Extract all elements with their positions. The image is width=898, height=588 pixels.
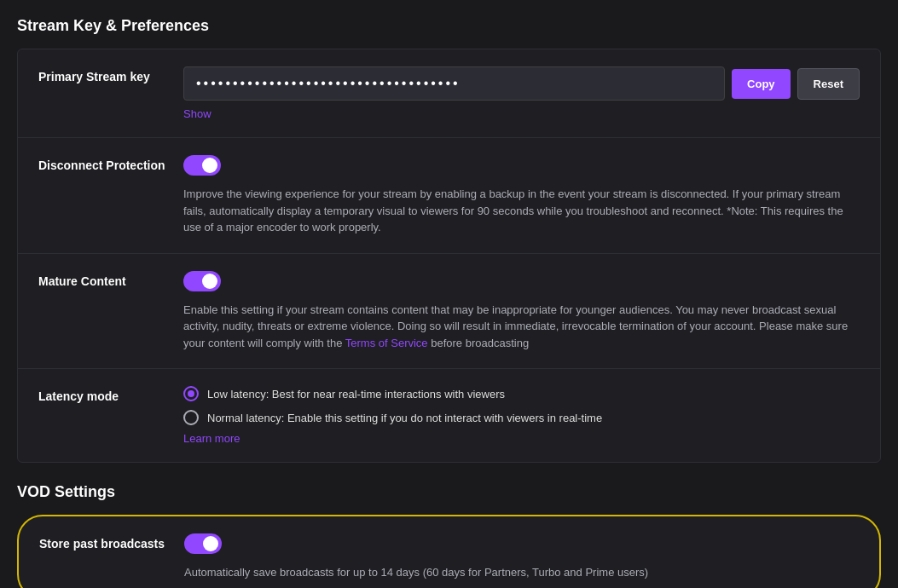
- stream-preferences-panel: Primary Stream key Copy Reset Show Disco…: [17, 49, 881, 463]
- latency-mode-row: Latency mode Low latency: Best for near …: [18, 369, 880, 462]
- low-latency-option[interactable]: Low latency: Best for near real-time int…: [183, 386, 860, 401]
- mature-content-toggle[interactable]: [183, 271, 221, 291]
- toggle-slider: [183, 155, 221, 176]
- learn-more-link[interactable]: Learn more: [183, 432, 860, 445]
- toggle-slider-store: [184, 533, 222, 554]
- latency-mode-content: Low latency: Best for near real-time int…: [183, 386, 860, 445]
- terms-of-service-link[interactable]: Terms of Service: [345, 337, 428, 349]
- latency-radio-group: Low latency: Best for near real-time int…: [183, 386, 860, 425]
- vod-settings-panel: Store past broadcasts Automatically save…: [17, 515, 881, 588]
- disconnect-toggle-row: [183, 155, 860, 176]
- low-latency-radio: [183, 386, 199, 401]
- stream-key-row: Primary Stream key Copy Reset Show: [18, 49, 880, 138]
- stream-key-input-row: Copy Reset: [183, 66, 860, 101]
- store-broadcasts-toggle-row: [184, 533, 859, 554]
- low-latency-label: Low latency: Best for near real-time int…: [207, 388, 505, 401]
- mature-description-after: before broadcasting: [428, 337, 530, 349]
- disconnect-protection-content: Improve the viewing experience for your …: [183, 155, 860, 236]
- normal-latency-option[interactable]: Normal latency: Enable this setting if y…: [183, 410, 860, 425]
- reset-button[interactable]: Reset: [797, 68, 860, 100]
- mature-content-label: Mature Content: [38, 271, 183, 288]
- mature-toggle-row: [183, 271, 860, 291]
- show-link[interactable]: Show: [183, 107, 860, 120]
- copy-button[interactable]: Copy: [732, 69, 791, 99]
- mature-content-content: Enable this setting if your stream conta…: [183, 271, 860, 352]
- store-past-broadcasts-content: Automatically save broadcasts for up to …: [184, 533, 859, 581]
- disconnect-protection-description: Improve the viewing experience for your …: [183, 186, 860, 236]
- page-title: Stream Key & Preferences: [17, 17, 881, 35]
- stream-key-content: Copy Reset Show: [183, 66, 860, 120]
- store-past-broadcasts-row: Store past broadcasts Automatically save…: [19, 516, 879, 588]
- mature-content-row: Mature Content Enable this setting if yo…: [18, 254, 880, 370]
- normal-latency-radio: [183, 410, 199, 425]
- store-past-broadcasts-label: Store past broadcasts: [39, 533, 184, 551]
- disconnect-protection-label: Disconnect Protection: [38, 155, 183, 172]
- stream-key-input[interactable]: [183, 66, 725, 101]
- page-container: Stream Key & Preferences Primary Stream …: [0, 0, 898, 588]
- store-past-broadcasts-toggle[interactable]: [184, 533, 222, 554]
- stream-key-label: Primary Stream key: [38, 66, 183, 84]
- store-past-broadcasts-description: Automatically save broadcasts for up to …: [184, 564, 859, 581]
- mature-content-description: Enable this setting if your stream conta…: [183, 302, 860, 352]
- toggle-slider-mature: [183, 271, 221, 291]
- vod-section-title: VOD Settings: [17, 483, 881, 501]
- normal-latency-label: Normal latency: Enable this setting if y…: [207, 412, 602, 424]
- latency-mode-label: Latency mode: [38, 386, 183, 403]
- disconnect-protection-toggle[interactable]: [183, 155, 221, 176]
- disconnect-protection-row: Disconnect Protection Improve the viewin…: [18, 138, 880, 254]
